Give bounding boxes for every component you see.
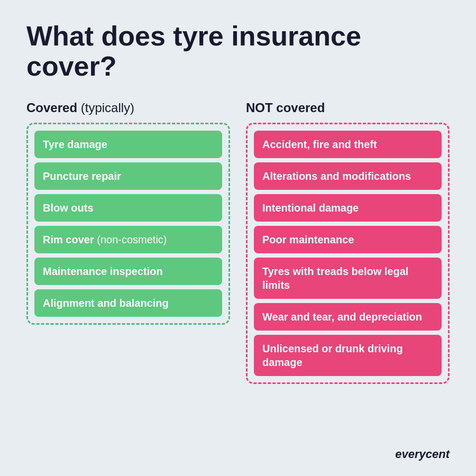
columns-wrapper: Covered (typically) Tyre damage Puncture…	[26, 100, 450, 455]
covered-item-puncture-repair: Puncture repair	[34, 162, 222, 190]
covered-header-sub: (typically)	[77, 100, 134, 115]
page-container: What does tyre insurance cover? Covered …	[0, 0, 476, 476]
not-covered-item-intentional: Intentional damage	[254, 194, 442, 222]
covered-item-alignment: Alignment and balancing	[34, 289, 222, 317]
covered-column: Covered (typically) Tyre damage Puncture…	[26, 100, 230, 455]
not-covered-item-unlicensed: Unlicensed or drunk driving damage	[254, 335, 442, 376]
not-covered-item-accident: Accident, fire and theft	[254, 131, 442, 158]
page-title: What does tyre insurance cover?	[26, 21, 450, 81]
not-covered-item-alterations: Alterations and modifications	[254, 162, 442, 190]
covered-item-tyre-damage: Tyre damage	[34, 131, 222, 158]
brand-footer: everycent	[395, 447, 450, 461]
not-covered-item-tyres-treads: Tyres with treads below legal limits	[254, 258, 442, 299]
not-covered-item-wear-tear: Wear and tear, and depreciation	[254, 303, 442, 331]
covered-item-rim-cover: Rim cover (non-cosmetic)	[34, 226, 222, 253]
covered-header-bold: Covered	[26, 100, 77, 115]
not-covered-column-header: NOT covered	[246, 100, 450, 115]
covered-box: Tyre damage Puncture repair Blow outs Ri…	[26, 123, 230, 325]
not-covered-box: Accident, fire and theft Alterations and…	[246, 123, 450, 384]
covered-column-header: Covered (typically)	[26, 100, 230, 115]
rim-cover-extra: (non-cosmetic)	[94, 234, 167, 245]
not-covered-column: NOT covered Accident, fire and theft Alt…	[246, 100, 450, 455]
covered-item-maintenance: Maintenance inspection	[34, 258, 222, 285]
covered-item-blow-outs: Blow outs	[34, 194, 222, 222]
not-covered-item-poor-maintenance: Poor maintenance	[254, 226, 442, 253]
